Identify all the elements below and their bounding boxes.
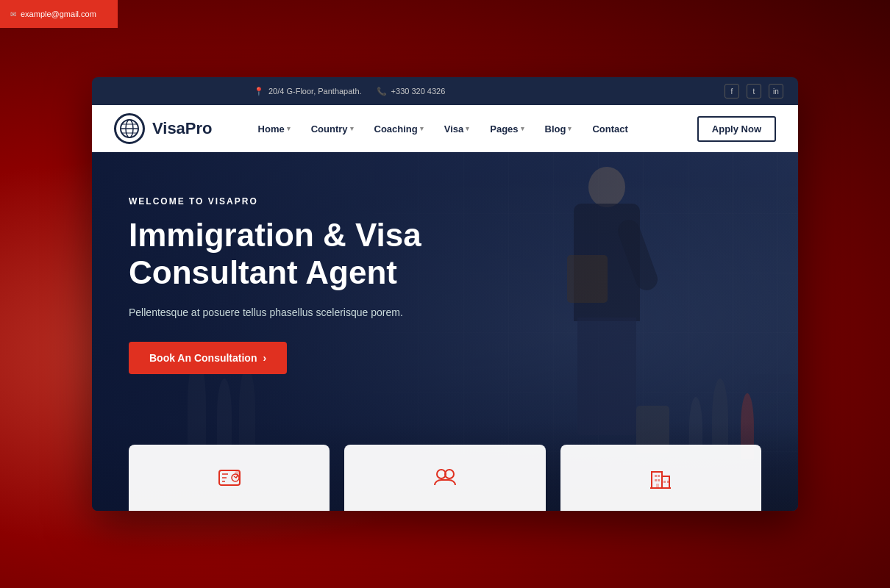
- visa-card-icon: [216, 464, 243, 492]
- phone-icon: 📞: [377, 87, 387, 96]
- browser-window: ✉ example@gmail.com 📍 20/4 G-Floor, Pant…: [92, 77, 798, 511]
- blog-chevron: ▾: [568, 125, 572, 132]
- apply-now-button[interactable]: Apply Now: [697, 116, 776, 142]
- phone-text: +330 320 4326: [391, 87, 446, 96]
- nav-country[interactable]: Country ▾: [302, 118, 363, 140]
- hero-title: Immigration & Visa Consultant Agent: [129, 217, 482, 291]
- top-bar: ✉ example@gmail.com 📍 20/4 G-Floor, Pant…: [92, 77, 798, 105]
- svg-rect-21: [667, 481, 669, 483]
- service-cards: [92, 445, 798, 511]
- logo-icon: [114, 113, 145, 144]
- cta-text: Book An Consultation: [149, 352, 257, 364]
- home-chevron: ▾: [287, 125, 291, 132]
- nav-coaching[interactable]: Coaching ▾: [366, 118, 432, 140]
- consultation-card-icon: [431, 464, 459, 492]
- address-icon: 📍: [254, 87, 264, 96]
- svg-rect-22: [656, 484, 659, 488]
- nav-visa[interactable]: Visa ▾: [435, 118, 479, 140]
- logo-text: VisaPro: [152, 119, 213, 138]
- svg-rect-18: [655, 479, 657, 481]
- navbar: VisaPro Home ▾ Country ▾ Coaching ▾ Visa…: [92, 105, 798, 152]
- twitter-icon[interactable]: t: [747, 84, 761, 98]
- linkedin-icon[interactable]: in: [769, 84, 783, 98]
- svg-rect-19: [658, 479, 660, 481]
- cta-arrow: ›: [263, 352, 266, 364]
- building-card-icon: [647, 464, 674, 492]
- visa-chevron: ▾: [466, 125, 469, 132]
- svg-rect-17: [658, 475, 660, 477]
- coaching-chevron: ▾: [420, 125, 424, 132]
- address-text: 20/4 G-Floor, Panthapath.: [268, 87, 362, 96]
- svg-rect-20: [663, 481, 666, 483]
- logo[interactable]: VisaPro: [114, 113, 213, 144]
- nav-home[interactable]: Home ▾: [249, 118, 299, 140]
- phone-item: 📞 +330 320 4326: [377, 87, 446, 96]
- hero-title-line2: Consultant Agent: [129, 254, 397, 290]
- hero-title-line1: Immigration & Visa: [129, 217, 421, 253]
- card-building: [560, 445, 761, 511]
- social-links: f t in: [725, 84, 783, 98]
- svg-rect-16: [655, 475, 657, 477]
- hero-section: WELCOME TO VISAPRO Immigration & Visa Co…: [92, 152, 798, 511]
- nav-links: Home ▾ Country ▾ Coaching ▾ Visa ▾ Pages…: [249, 118, 683, 140]
- nav-blog[interactable]: Blog ▾: [536, 118, 581, 140]
- hero-description: Pellentesque at posuere tellus phasellus…: [129, 304, 438, 320]
- top-bar-left: ✉ example@gmail.com 📍 20/4 G-Floor, Pant…: [107, 87, 725, 96]
- hero-content: WELCOME TO VISAPRO Immigration & Visa Co…: [92, 152, 798, 396]
- hero-subtitle: WELCOME TO VISAPRO: [129, 196, 761, 207]
- card-visa: [129, 445, 330, 511]
- card-consultation: [344, 445, 545, 511]
- nav-pages[interactable]: Pages ▾: [481, 118, 533, 140]
- nav-contact[interactable]: Contact: [583, 118, 636, 140]
- address-item: 📍 20/4 G-Floor, Panthapath.: [254, 87, 362, 96]
- country-chevron: ▾: [350, 125, 354, 132]
- facebook-icon[interactable]: f: [725, 84, 739, 98]
- pages-chevron: ▾: [521, 125, 524, 132]
- book-consultation-button[interactable]: Book An Consultation ›: [129, 342, 287, 374]
